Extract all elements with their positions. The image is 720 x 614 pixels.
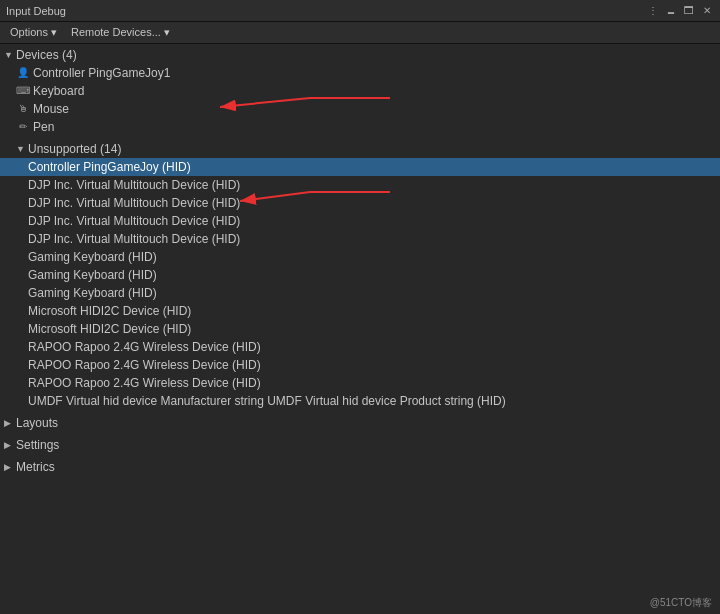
device-label: Microsoft HIDI2C Device (HID) xyxy=(28,322,191,336)
list-item[interactable]: 🖱 Mouse xyxy=(0,100,720,118)
person-icon: 👤 xyxy=(16,66,30,80)
list-item[interactable]: RAPOO Rapoo 2.4G Wireless Device (HID) xyxy=(0,338,720,356)
device-label: Gaming Keyboard (HID) xyxy=(28,268,157,282)
unsupported-section: ▼ Unsupported (14) Controller PingGameJo… xyxy=(0,138,720,412)
list-item[interactable]: DJP Inc. Virtual Multitouch Device (HID) xyxy=(0,194,720,212)
menu-bar: Options ▾ Remote Devices... ▾ xyxy=(0,22,720,44)
list-item[interactable]: Microsoft HIDI2C Device (HID) xyxy=(0,320,720,338)
settings-label: Settings xyxy=(16,438,59,452)
window-title: Input Debug xyxy=(6,5,66,17)
title-bar: Input Debug ⋮ 🗕 🗖 ✕ xyxy=(0,0,720,22)
list-item[interactable]: Gaming Keyboard (HID) xyxy=(0,248,720,266)
mouse-icon: 🖱 xyxy=(16,102,30,116)
unsupported-expand-arrow: ▼ xyxy=(16,144,28,154)
layouts-expand-arrow: ▶ xyxy=(4,418,16,428)
list-item[interactable]: RAPOO Rapoo 2.4G Wireless Device (HID) xyxy=(0,374,720,392)
settings-section: ▶ Settings xyxy=(0,434,720,456)
device-label: DJP Inc. Virtual Multitouch Device (HID) xyxy=(28,214,240,228)
device-label: Microsoft HIDI2C Device (HID) xyxy=(28,304,191,318)
remote-devices-menu[interactable]: Remote Devices... ▾ xyxy=(65,24,176,41)
window-controls: ⋮ 🗕 🗖 ✕ xyxy=(646,4,714,18)
devices-section: ▼ Devices (4) 👤 Controller PingGameJoy1 … xyxy=(0,44,720,138)
device-label: RAPOO Rapoo 2.4G Wireless Device (HID) xyxy=(28,340,261,354)
list-item[interactable]: RAPOO Rapoo 2.4G Wireless Device (HID) xyxy=(0,356,720,374)
devices-section-header[interactable]: ▼ Devices (4) xyxy=(0,46,720,64)
list-item[interactable]: 👤 Controller PingGameJoy1 xyxy=(0,64,720,82)
watermark: @51CTO博客 xyxy=(650,596,712,610)
pen-icon: ✏ xyxy=(16,120,30,134)
device-label: Pen xyxy=(33,120,54,134)
device-label: Keyboard xyxy=(33,84,84,98)
device-label: RAPOO Rapoo 2.4G Wireless Device (HID) xyxy=(28,358,261,372)
metrics-section: ▶ Metrics xyxy=(0,456,720,478)
devices-label: Devices (4) xyxy=(16,48,77,62)
settings-expand-arrow: ▶ xyxy=(4,440,16,450)
list-item[interactable]: Controller PingGameJoy (HID) xyxy=(0,158,720,176)
main-content: ▼ Devices (4) 👤 Controller PingGameJoy1 … xyxy=(0,44,720,614)
keyboard-icon: ⌨ xyxy=(16,84,30,98)
unsupported-label: Unsupported (14) xyxy=(28,142,121,156)
device-label: Controller PingGameJoy (HID) xyxy=(28,160,191,174)
devices-expand-arrow: ▼ xyxy=(4,50,16,60)
minimize-button[interactable]: 🗕 xyxy=(664,4,678,18)
layouts-header[interactable]: ▶ Layouts xyxy=(0,414,720,432)
list-item[interactable]: DJP Inc. Virtual Multitouch Device (HID) xyxy=(0,230,720,248)
list-item[interactable]: ✏ Pen xyxy=(0,118,720,136)
options-menu[interactable]: Options ▾ xyxy=(4,24,63,41)
list-item[interactable]: Gaming Keyboard (HID) xyxy=(0,266,720,284)
maximize-button[interactable]: 🗖 xyxy=(682,4,696,18)
unsupported-section-header[interactable]: ▼ Unsupported (14) xyxy=(0,140,720,158)
list-item[interactable]: UMDF Virtual hid device Manufacturer str… xyxy=(0,392,720,410)
menu-icon[interactable]: ⋮ xyxy=(646,4,660,18)
list-item[interactable]: DJP Inc. Virtual Multitouch Device (HID) xyxy=(0,212,720,230)
list-item[interactable]: DJP Inc. Virtual Multitouch Device (HID) xyxy=(0,176,720,194)
device-label: Gaming Keyboard (HID) xyxy=(28,286,157,300)
close-button[interactable]: ✕ xyxy=(700,4,714,18)
list-item[interactable]: Microsoft HIDI2C Device (HID) xyxy=(0,302,720,320)
device-label: DJP Inc. Virtual Multitouch Device (HID) xyxy=(28,232,240,246)
list-item[interactable]: Gaming Keyboard (HID) xyxy=(0,284,720,302)
metrics-expand-arrow: ▶ xyxy=(4,462,16,472)
device-label: UMDF Virtual hid device Manufacturer str… xyxy=(28,394,506,408)
device-label: RAPOO Rapoo 2.4G Wireless Device (HID) xyxy=(28,376,261,390)
device-label: Mouse xyxy=(33,102,69,116)
metrics-header[interactable]: ▶ Metrics xyxy=(0,458,720,476)
device-label: DJP Inc. Virtual Multitouch Device (HID) xyxy=(28,178,240,192)
device-label: Gaming Keyboard (HID) xyxy=(28,250,157,264)
device-label: Controller PingGameJoy1 xyxy=(33,66,170,80)
metrics-label: Metrics xyxy=(16,460,55,474)
layouts-section: ▶ Layouts xyxy=(0,412,720,434)
settings-header[interactable]: ▶ Settings xyxy=(0,436,720,454)
list-item[interactable]: ⌨ Keyboard xyxy=(0,82,720,100)
layouts-label: Layouts xyxy=(16,416,58,430)
device-label: DJP Inc. Virtual Multitouch Device (HID) xyxy=(28,196,240,210)
